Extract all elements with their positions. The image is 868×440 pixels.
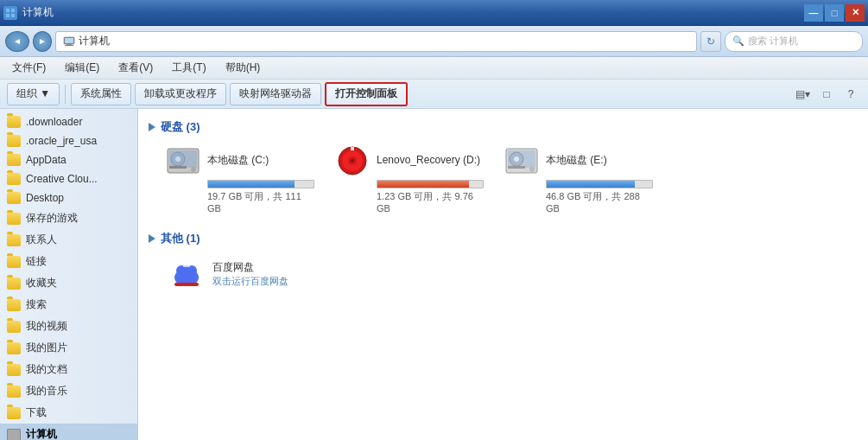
sidebar-item-appdata[interactable]: AppData <box>0 150 137 169</box>
folder-icon <box>7 256 21 268</box>
sidebar-item-search[interactable]: 搜索 <box>0 294 137 316</box>
sidebar-item-label: 链接 <box>26 254 47 269</box>
toolbar: 组织 ▼ 系统属性 卸载或更改程序 映射网络驱动器 打开控制面板 ▤▾ □ ? <box>0 80 868 109</box>
drive-e-header: 本地磁盘 (E:) <box>504 145 653 176</box>
drive-c-item[interactable]: 本地磁盘 (C:) 19.7 GB 可用，共 111 GB <box>162 142 318 217</box>
view-option-button[interactable]: ▤▾ <box>792 84 813 105</box>
drive-e-icon <box>504 145 539 176</box>
sidebar-item-documents[interactable]: 我的文档 <box>0 359 137 380</box>
sidebar-item-downloader[interactable]: .downloader <box>0 112 137 131</box>
uninstall-button[interactable]: 卸载或更改程序 <box>135 83 226 105</box>
sidebar-item-contacts[interactable]: 联系人 <box>0 229 137 251</box>
toolbar-right: ▤▾ □ ? <box>792 84 861 105</box>
open-control-panel-button[interactable]: 打开控制面板 <box>325 82 408 106</box>
minimize-button[interactable]: — <box>804 4 823 22</box>
drive-e-info: 本地磁盘 (E:) <box>546 153 653 169</box>
sidebar-item-links[interactable]: 链接 <box>0 251 137 272</box>
folder-icon <box>7 342 21 354</box>
drive-d-fill <box>377 181 469 188</box>
menu-edit[interactable]: 编辑(E) <box>56 58 108 78</box>
sidebar-item-videos[interactable]: 我的视频 <box>0 316 137 337</box>
sidebar-item-computer[interactable]: 计算机 <box>0 424 137 440</box>
svg-rect-18 <box>351 147 354 150</box>
hard-drives-section-header: 硬盘 (3) <box>149 119 858 135</box>
sidebar-item-music[interactable]: 我的音乐 <box>0 380 137 402</box>
maximize-button[interactable]: □ <box>825 4 844 22</box>
drive-d-header: Lenovo_Recovery (D:) <box>335 145 484 176</box>
help-button[interactable]: ? <box>840 84 861 105</box>
refresh-button[interactable]: ↻ <box>700 31 721 52</box>
sidebar-item-downloads[interactable]: 下载 <box>0 402 137 424</box>
sidebar-item-label: 我的音乐 <box>26 384 67 399</box>
sidebar-item-label: Desktop <box>26 192 64 204</box>
menu-tools[interactable]: 工具(T) <box>163 58 214 78</box>
sidebar-item-label: 收藏夹 <box>26 276 57 290</box>
drive-d-capacity: 1.23 GB 可用，共 9.76 GB <box>377 190 484 214</box>
map-drive-button[interactable]: 映射网络驱动器 <box>230 83 321 105</box>
drive-d-info: Lenovo_Recovery (D:) <box>377 154 484 168</box>
drive-e-bar <box>546 180 653 188</box>
section-triangle-icon <box>149 123 155 131</box>
sidebar-item-label: 我的图片 <box>26 341 67 355</box>
drive-c-capacity: 19.7 GB 可用，共 111 GB <box>207 190 314 214</box>
search-placeholder: 搜索 计算机 <box>748 35 798 48</box>
toolbar-separator-1 <box>65 85 66 104</box>
svg-point-10 <box>191 167 196 172</box>
svg-point-13 <box>175 156 181 162</box>
folder-icon <box>7 277 21 290</box>
computer-icon <box>7 429 21 441</box>
svg-rect-2 <box>6 14 10 17</box>
drive-d-bar <box>377 180 484 188</box>
folder-icon <box>7 407 21 419</box>
search-bar[interactable]: 🔍 搜索 计算机 <box>725 31 863 52</box>
menu-view[interactable]: 查看(V) <box>110 58 162 78</box>
svg-rect-7 <box>65 38 73 43</box>
folder-icon <box>7 173 21 185</box>
sidebar-item-oracle[interactable]: .oracle_jre_usa <box>0 131 137 150</box>
forward-button[interactable]: ► <box>33 31 52 52</box>
drive-c-name: 本地磁盘 (C:) <box>207 153 314 168</box>
system-properties-button[interactable]: 系统属性 <box>71 83 131 105</box>
sidebar: .downloader .oracle_jre_usa AppData Crea… <box>0 109 138 440</box>
drive-c-bar <box>207 180 314 188</box>
drive-c-fill <box>208 181 295 188</box>
computer-nav-icon <box>63 35 75 48</box>
svg-rect-1 <box>11 9 15 12</box>
view-toggle-button[interactable]: □ <box>816 84 837 105</box>
sidebar-item-savedgames[interactable]: 保存的游戏 <box>0 207 137 229</box>
others-section-triangle-icon <box>149 234 155 243</box>
baidu-pan-item[interactable]: 百度网盘 双击运行百度网盘 <box>162 253 858 295</box>
others-title: 其他 (1) <box>161 231 200 246</box>
main-area: .downloader .oracle_jre_usa AppData Crea… <box>0 109 868 440</box>
drive-c-header: 本地磁盘 (C:) <box>166 145 314 176</box>
drive-e-capacity: 46.8 GB 可用，共 288 GB <box>546 190 653 214</box>
back-button[interactable]: ◄ <box>5 31 29 52</box>
drive-e-item[interactable]: 本地磁盘 (E:) 46.8 GB 可用，共 288 GB <box>501 142 656 217</box>
path-text: 计算机 <box>79 34 110 48</box>
svg-point-21 <box>529 167 535 172</box>
organize-button[interactable]: 组织 ▼ <box>7 83 60 105</box>
sidebar-item-desktop[interactable]: Desktop <box>0 188 137 207</box>
sidebar-item-label: 计算机 <box>26 427 57 440</box>
sidebar-item-label: .oracle_jre_usa <box>26 135 97 147</box>
address-bar[interactable]: 计算机 <box>55 31 697 52</box>
sidebar-item-pictures[interactable]: 我的图片 <box>0 337 137 359</box>
close-button[interactable]: ✕ <box>846 4 865 22</box>
window-title: 计算机 <box>22 5 54 20</box>
menu-bar: 文件(F) 编辑(E) 查看(V) 工具(T) 帮助(H) <box>0 57 868 80</box>
drive-c-info: 本地磁盘 (C:) <box>207 153 314 169</box>
svg-rect-29 <box>174 283 199 286</box>
hard-drives-title: 硬盘 (3) <box>161 119 200 135</box>
baidu-pan-info: 百度网盘 双击运行百度网盘 <box>212 260 288 288</box>
menu-help[interactable]: 帮助(H) <box>217 58 269 78</box>
drive-d-item[interactable]: Lenovo_Recovery (D:) 1.23 GB 可用，共 9.76 G… <box>332 142 487 217</box>
sidebar-item-favorites[interactable]: 收藏夹 <box>0 272 137 294</box>
folder-icon <box>7 299 21 311</box>
svg-rect-30 <box>183 265 190 267</box>
folder-icon <box>7 364 21 376</box>
menu-file[interactable]: 文件(F) <box>3 58 54 78</box>
window-icon <box>3 6 17 20</box>
sidebar-item-creative[interactable]: Creative Clou... <box>0 169 137 188</box>
folder-icon <box>7 386 21 398</box>
drive-e-fill <box>547 181 635 188</box>
